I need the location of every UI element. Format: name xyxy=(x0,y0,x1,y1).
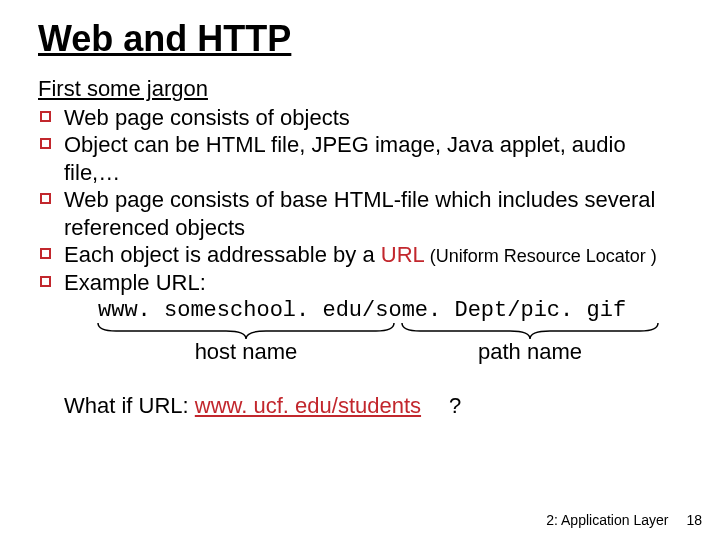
brace-icon xyxy=(400,321,660,341)
whatif-url: www. ucf. edu/students xyxy=(195,393,421,418)
chapter-label: 2: Application Layer xyxy=(546,512,668,528)
bullet-text: Example URL: xyxy=(64,270,206,295)
page-number: 18 xyxy=(686,512,702,528)
bullet-list: Web page consists of objects Object can … xyxy=(38,104,682,297)
bullet-text: Each object is addressable by a xyxy=(64,242,381,267)
bullet-text: Web page consists of base HTML-file whic… xyxy=(64,187,655,240)
brace-icon xyxy=(96,321,396,341)
bullet-item: Web page consists of objects xyxy=(38,104,682,132)
slide-title: Web and HTTP xyxy=(38,20,682,58)
slide: Web and HTTP First some jargon Web page … xyxy=(0,0,720,540)
host-brace: host name xyxy=(96,321,396,365)
bullet-item: Example URL: xyxy=(38,269,682,297)
bullet-item: Each object is addressable by a URL (Uni… xyxy=(38,241,682,269)
bullet-item: Web page consists of base HTML-file whic… xyxy=(38,186,682,241)
path-label: path name xyxy=(400,339,660,365)
bullet-item: Object can be HTML file, JPEG image, Jav… xyxy=(38,131,682,186)
url-expansion: (Uniform Resource Locator ) xyxy=(425,246,657,266)
bullet-text: Web page consists of objects xyxy=(64,105,350,130)
subheading: First some jargon xyxy=(38,76,682,102)
brace-annotations: host name path name xyxy=(38,321,682,385)
example-url: www. someschool. edu/some. Dept/pic. gif xyxy=(98,298,682,323)
url-abbrev: URL xyxy=(381,242,425,267)
path-brace: path name xyxy=(400,321,660,365)
slide-footer: 2: Application Layer18 xyxy=(546,512,702,528)
bullet-text: Object can be HTML file, JPEG image, Jav… xyxy=(64,132,626,185)
what-if-line: What if URL: www. ucf. edu/students? xyxy=(64,393,682,419)
whatif-prefix: What if URL: xyxy=(64,393,195,418)
host-label: host name xyxy=(96,339,396,365)
question-mark: ? xyxy=(449,393,461,418)
